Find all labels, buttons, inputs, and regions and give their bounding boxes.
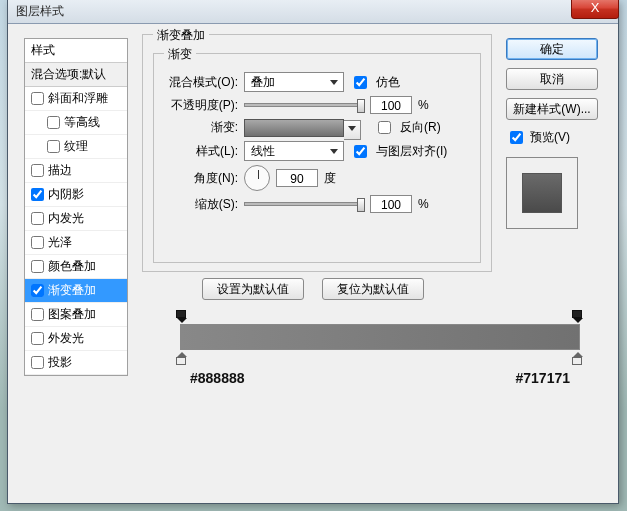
opacity-slider[interactable] bbox=[244, 103, 364, 107]
style-item-3[interactable]: 描边 bbox=[25, 159, 127, 183]
gradient-picker[interactable] bbox=[244, 119, 344, 137]
preview-swatch bbox=[506, 157, 578, 229]
gradient-subgroup: 渐变 混合模式(O): 叠加 仿色 不透明度(P): 100 % bbox=[153, 53, 481, 263]
reverse-checkbox[interactable] bbox=[378, 121, 391, 134]
preview-label: 预览(V) bbox=[530, 129, 570, 146]
color-label-right: #717171 bbox=[515, 370, 570, 386]
subgroup-title: 渐变 bbox=[164, 46, 196, 63]
style-item-2[interactable]: 纹理 bbox=[25, 135, 127, 159]
style-item-7[interactable]: 颜色叠加 bbox=[25, 255, 127, 279]
align-checkbox[interactable] bbox=[354, 145, 367, 158]
blend-mode-label: 混合模式(O): bbox=[160, 74, 238, 91]
new-style-button[interactable]: 新建样式(W)... bbox=[506, 98, 598, 120]
style-checkbox[interactable] bbox=[31, 188, 44, 201]
style-label: 投影 bbox=[48, 354, 72, 371]
style-checkbox[interactable] bbox=[47, 140, 60, 153]
reverse-label: 反向(R) bbox=[400, 119, 441, 136]
angle-label: 角度(N): bbox=[160, 170, 238, 187]
style-item-10[interactable]: 外发光 bbox=[25, 327, 127, 351]
color-stop-left[interactable] bbox=[176, 352, 188, 365]
style-checkbox[interactable] bbox=[31, 212, 44, 225]
style-item-5[interactable]: 内发光 bbox=[25, 207, 127, 231]
style-item-4[interactable]: 内阴影 bbox=[25, 183, 127, 207]
style-label: 纹理 bbox=[64, 138, 88, 155]
style-label: 样式(L): bbox=[160, 143, 238, 160]
style-checkbox[interactable] bbox=[31, 236, 44, 249]
style-label: 光泽 bbox=[48, 234, 72, 251]
style-label: 等高线 bbox=[64, 114, 100, 131]
ok-button[interactable]: 确定 bbox=[506, 38, 598, 60]
scale-value[interactable]: 100 bbox=[370, 195, 412, 213]
dialog-buttons: 确定 取消 新建样式(W)... 预览(V) bbox=[506, 38, 598, 229]
set-default-button[interactable]: 设置为默认值 bbox=[202, 278, 304, 300]
style-item-6[interactable]: 光泽 bbox=[25, 231, 127, 255]
style-checkbox[interactable] bbox=[31, 284, 44, 297]
style-label: 内阴影 bbox=[48, 186, 84, 203]
scale-unit: % bbox=[418, 197, 429, 211]
reset-default-button[interactable]: 复位为默认值 bbox=[322, 278, 424, 300]
preview-thumbnail bbox=[522, 173, 562, 213]
gradient-editor: #888888 #717171 bbox=[180, 310, 580, 396]
gradient-bar[interactable] bbox=[180, 324, 580, 350]
opacity-unit: % bbox=[418, 98, 429, 112]
blend-options-row[interactable]: 混合选项:默认 bbox=[25, 63, 127, 87]
opacity-value[interactable]: 100 bbox=[370, 96, 412, 114]
opacity-stop-right[interactable] bbox=[572, 310, 584, 322]
color-stop-right[interactable] bbox=[572, 352, 584, 365]
blend-mode-select[interactable]: 叠加 bbox=[244, 72, 344, 92]
style-checkbox[interactable] bbox=[47, 116, 60, 129]
dither-checkbox[interactable] bbox=[354, 76, 367, 89]
style-checkbox[interactable] bbox=[31, 332, 44, 345]
group-title: 渐变叠加 bbox=[153, 27, 209, 44]
style-label: 渐变叠加 bbox=[48, 282, 96, 299]
dither-label: 仿色 bbox=[376, 74, 400, 91]
angle-unit: 度 bbox=[324, 170, 336, 187]
color-label-left: #888888 bbox=[190, 370, 245, 386]
angle-dial[interactable] bbox=[244, 165, 270, 191]
style-label: 斜面和浮雕 bbox=[48, 90, 108, 107]
style-checkbox[interactable] bbox=[31, 92, 44, 105]
gradient-overlay-group: 渐变叠加 渐变 混合模式(O): 叠加 仿色 不透明度(P): 100 % bbox=[142, 34, 492, 272]
cancel-button[interactable]: 取消 bbox=[506, 68, 598, 90]
layer-style-dialog: 图层样式 X 样式 混合选项:默认 斜面和浮雕等高线纹理描边内阴影内发光光泽颜色… bbox=[7, 0, 619, 504]
style-item-11[interactable]: 投影 bbox=[25, 351, 127, 375]
scale-label: 缩放(S): bbox=[160, 196, 238, 213]
opacity-label: 不透明度(P): bbox=[160, 97, 238, 114]
style-checkbox[interactable] bbox=[31, 164, 44, 177]
style-item-1[interactable]: 等高线 bbox=[25, 111, 127, 135]
angle-value[interactable]: 90 bbox=[276, 169, 318, 187]
styles-header: 样式 bbox=[25, 39, 127, 63]
style-label: 颜色叠加 bbox=[48, 258, 96, 275]
style-label: 外发光 bbox=[48, 330, 84, 347]
style-item-0[interactable]: 斜面和浮雕 bbox=[25, 87, 127, 111]
close-button[interactable]: X bbox=[571, 0, 619, 19]
style-label: 图案叠加 bbox=[48, 306, 96, 323]
window-title: 图层样式 bbox=[16, 3, 64, 20]
style-item-8[interactable]: 渐变叠加 bbox=[25, 279, 127, 303]
scale-slider[interactable] bbox=[244, 202, 364, 206]
style-checkbox[interactable] bbox=[31, 308, 44, 321]
align-label: 与图层对齐(I) bbox=[376, 143, 447, 160]
style-item-9[interactable]: 图案叠加 bbox=[25, 303, 127, 327]
style-label: 描边 bbox=[48, 162, 72, 179]
preview-checkbox[interactable] bbox=[510, 131, 523, 144]
style-select[interactable]: 线性 bbox=[244, 141, 344, 161]
style-checkbox[interactable] bbox=[31, 260, 44, 273]
gradient-label: 渐变: bbox=[160, 119, 238, 136]
style-label: 内发光 bbox=[48, 210, 84, 227]
style-checkbox[interactable] bbox=[31, 356, 44, 369]
titlebar[interactable]: 图层样式 X bbox=[8, 0, 618, 24]
opacity-stop-left[interactable] bbox=[176, 310, 188, 322]
styles-panel: 样式 混合选项:默认 斜面和浮雕等高线纹理描边内阴影内发光光泽颜色叠加渐变叠加图… bbox=[24, 38, 128, 376]
